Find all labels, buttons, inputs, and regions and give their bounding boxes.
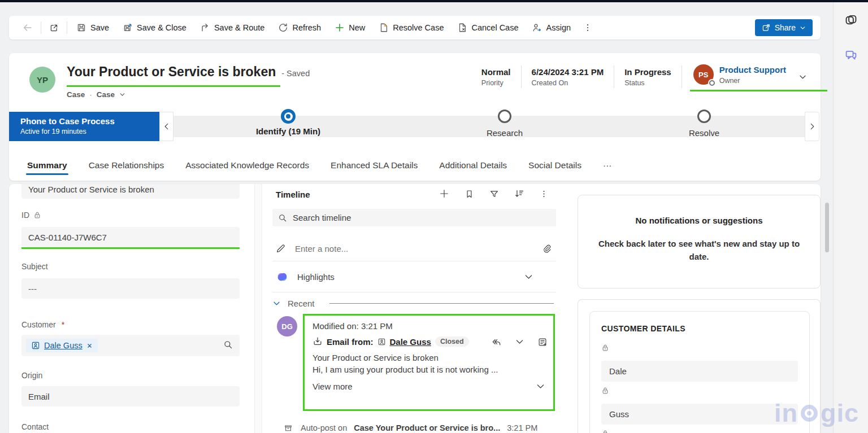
timeline-more-button[interactable]	[540, 190, 548, 198]
back-arrow-icon	[23, 23, 33, 33]
open-record-button[interactable]	[537, 337, 548, 348]
bpf-stage-research[interactable]: Research	[437, 109, 572, 138]
new-button[interactable]: New	[328, 16, 372, 40]
toolbar-divider	[41, 21, 41, 34]
entry-expand-button[interactable]	[515, 337, 524, 348]
timeline-add-button[interactable]	[439, 189, 449, 199]
save-and-close-button[interactable]: Save & Close	[116, 16, 193, 40]
autopost-prefix: Auto-post on	[301, 423, 347, 432]
right-panel: No notifications or suggestions Check ba…	[568, 184, 821, 433]
bpf-active-stage-box[interactable]: Phone to Case Process Active for 19 minu…	[9, 112, 159, 141]
subject-input[interactable]: ---	[21, 278, 240, 299]
paperclip-icon	[542, 244, 552, 253]
stage-active-icon	[281, 109, 296, 124]
share-icon	[762, 23, 771, 32]
more-vertical-icon	[540, 190, 548, 198]
timeline-autopost-entry[interactable]: Auto-post on Case Your Product or Servic…	[284, 423, 537, 432]
created-on-value: 6/24/2024 3:21 PM	[532, 67, 604, 77]
timeline-email-entry[interactable]: Modified on: 3:21 PM Email from: Dale Gu…	[303, 314, 555, 411]
popout-icon	[49, 23, 59, 33]
more-commands-button[interactable]	[578, 16, 598, 40]
breadcrumb: Case · Case	[67, 90, 125, 99]
highlights-section-header[interactable]: Highlights	[272, 261, 556, 292]
timeline-search-input[interactable]: Search timeline	[272, 209, 556, 226]
subject-label-text: Subject	[21, 262, 48, 271]
share-button[interactable]: Share	[755, 19, 813, 36]
notifications-title: No notifications or suggestions	[597, 216, 801, 225]
tab-summary[interactable]: Summary	[26, 151, 68, 180]
origin-input[interactable]: Email	[21, 386, 240, 406]
entry-sender-link[interactable]: Dale Guss	[390, 337, 431, 347]
reply-all-button[interactable]	[491, 337, 502, 348]
tab-case-relationships[interactable]: Case Relationships	[88, 151, 166, 180]
bpf-stage-resolve[interactable]: Resolve	[636, 109, 772, 138]
header-expand-chevron-icon[interactable]	[798, 73, 807, 81]
tab-overflow-button[interactable]: ···	[602, 151, 613, 180]
note-input[interactable]: Enter a note...	[272, 236, 556, 261]
vertical-scrollbar[interactable]	[825, 203, 829, 252]
bpf-previous-stage-button[interactable]	[159, 112, 173, 141]
status-value: In Progress	[624, 67, 671, 77]
notifications-subtitle: Check back later to see what's new and s…	[597, 238, 801, 263]
case-title-input[interactable]: Your Product or Service is broken	[21, 184, 240, 199]
attach-file-button[interactable]	[542, 244, 552, 253]
save-and-route-button[interactable]: Save & Route	[193, 16, 271, 40]
resolve-case-button[interactable]: Resolve Case	[372, 16, 450, 40]
contact-label-text: Contact	[21, 422, 49, 431]
save-icon	[76, 23, 86, 33]
header-summary-fields: Normal Priority 6/24/2024 3:21 PM Create…	[481, 64, 807, 89]
cancel-case-label: Cancel Case	[471, 23, 518, 32]
recent-label: Recent	[288, 299, 315, 308]
chevron-down-icon[interactable]	[536, 382, 545, 391]
popout-button[interactable]	[44, 16, 64, 40]
bpf-stage-identify[interactable]: Identify (19 Min)	[220, 109, 356, 136]
form-selector-chevron-icon	[119, 91, 125, 98]
autopost-subject: Case Your Product or Service is bro...	[354, 423, 500, 432]
timeline-toolbar	[439, 189, 548, 199]
remove-customer-button[interactable]	[86, 343, 93, 349]
customer-link[interactable]: Dale Guss	[44, 341, 83, 350]
bpf-next-stage-button[interactable]	[805, 112, 819, 141]
priority-field: Normal Priority	[481, 67, 511, 87]
form-selector[interactable]: Case	[97, 90, 115, 99]
open-note-icon	[537, 337, 548, 347]
column-scrollbar-gutter[interactable]	[254, 184, 262, 433]
priority-label: Priority	[481, 79, 511, 87]
tab-additional-details[interactable]: Additional Details	[438, 151, 508, 180]
entry-modified-time: Modified on: 3:21 PM	[313, 321, 545, 331]
customer-lookup-input[interactable]: Dale Guss	[21, 335, 240, 356]
recent-divider-line	[329, 303, 554, 304]
owner-avatar: PS	[693, 64, 714, 85]
assign-button[interactable]: Assign	[525, 16, 578, 40]
tab-enhanced-sla-details[interactable]: Enhanced SLA Details	[329, 151, 419, 180]
created-on-label: Created On	[532, 79, 604, 87]
first-name-field: Dale	[601, 344, 798, 382]
view-more-link[interactable]: View more	[313, 382, 353, 391]
last-name-input[interactable]: Guss	[601, 404, 798, 425]
tab-associated-knowledge-records[interactable]: Associated Knowledge Records	[184, 151, 310, 180]
more-vertical-icon	[583, 23, 592, 32]
save-and-route-label: Save & Route	[214, 23, 264, 32]
highlights-label: Highlights	[297, 272, 335, 282]
id-input[interactable]: CAS-01140-J7W6C7	[21, 227, 240, 247]
required-mark: *	[62, 320, 64, 329]
cancel-case-button[interactable]: Cancel Case	[450, 16, 525, 40]
tab-social-details[interactable]: Social Details	[527, 151, 583, 180]
owner-link[interactable]: Product Support	[719, 65, 786, 75]
new-label: New	[349, 23, 365, 32]
copilot-panel-icon[interactable]	[844, 12, 858, 29]
timeline-bookmark-button[interactable]	[465, 189, 474, 199]
collapse-recent-button[interactable]	[272, 299, 281, 308]
first-name-input[interactable]: Dale	[601, 361, 798, 382]
status-label: Status	[624, 79, 671, 87]
customer-field-label: Customer *	[21, 320, 64, 329]
back-button[interactable]	[17, 16, 38, 40]
timeline-filter-button[interactable]	[489, 189, 499, 199]
teams-chat-icon[interactable]	[844, 49, 858, 64]
save-button[interactable]: Save	[70, 16, 116, 40]
customer-search-button[interactable]	[223, 340, 233, 351]
timeline-sort-button[interactable]	[514, 189, 524, 199]
refresh-button[interactable]: Refresh	[271, 16, 328, 40]
entry-header-row: Email from: Dale Guss Closed	[313, 336, 545, 347]
share-label: Share	[775, 23, 796, 32]
